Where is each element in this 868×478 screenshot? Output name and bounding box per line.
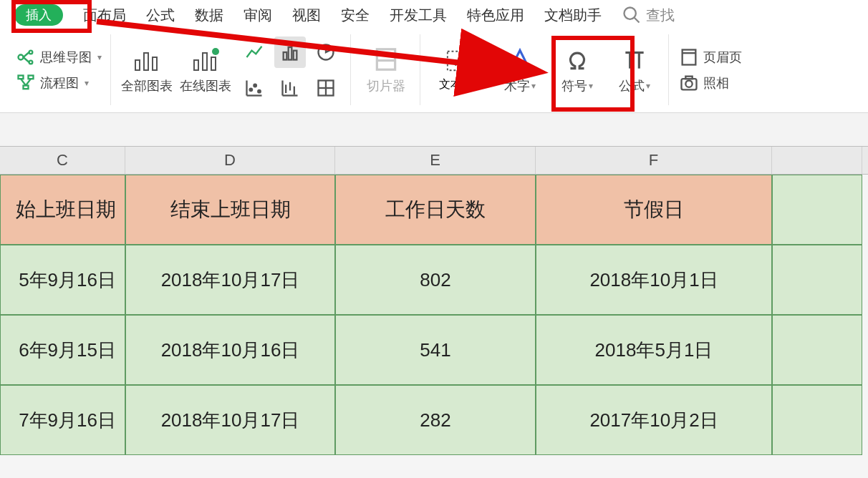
ribbon-group-slicer: 切片器 <box>352 34 420 105</box>
equation-button[interactable]: 公式▾ <box>609 46 660 94</box>
camera-button[interactable]: 照相 <box>679 73 729 93</box>
tab-formula[interactable]: 公式 <box>146 6 175 25</box>
svg-point-4 <box>29 60 33 64</box>
textbox-label: 文本框 <box>439 77 473 92</box>
header-workdays[interactable]: 工作日天数 <box>335 175 536 245</box>
slicer-button[interactable]: 切片器 <box>361 46 411 94</box>
cell-f4[interactable]: 2017年10月2日 <box>536 385 772 455</box>
cell-d3[interactable]: 2018年10月16日 <box>125 315 335 385</box>
svg-rect-45 <box>683 49 696 64</box>
tab-security[interactable]: 安全 <box>341 6 370 25</box>
header-end-date[interactable]: 结束上班日期 <box>125 175 335 245</box>
omega-icon <box>564 46 591 73</box>
mindmap-label: 思维导图 <box>40 49 92 66</box>
chart-column-button[interactable] <box>274 36 306 68</box>
mindmap-button[interactable]: 思维导图▾ <box>16 47 102 67</box>
cell-c3[interactable]: 6年9月15日 <box>0 315 125 385</box>
svg-rect-20 <box>289 47 292 60</box>
svg-line-1 <box>635 18 640 23</box>
cell-e4[interactable]: 282 <box>335 385 536 455</box>
mindmap-icon <box>16 47 36 67</box>
col-header-f[interactable]: F <box>536 147 772 174</box>
col-header-e[interactable]: E <box>335 147 536 174</box>
more-chart-icon <box>316 78 336 98</box>
svg-point-0 <box>625 8 636 19</box>
line-chart-icon <box>244 42 264 62</box>
tab-insert[interactable]: 插入 <box>14 4 63 26</box>
find-label: 查找 <box>646 6 675 25</box>
chevron-down-icon: ▾ <box>646 81 650 91</box>
cell-f3[interactable]: 2018年5月1日 <box>536 315 772 385</box>
svg-rect-13 <box>144 53 148 70</box>
cell-blank[interactable] <box>772 315 862 385</box>
svg-rect-49 <box>685 76 692 79</box>
svg-rect-7 <box>19 75 24 79</box>
cell-e2[interactable]: 802 <box>335 245 536 315</box>
search-icon <box>622 5 642 25</box>
chevron-down-icon: ▾ <box>475 80 479 90</box>
flowchart-icon <box>16 73 36 93</box>
tab-data[interactable]: 数据 <box>195 6 223 25</box>
header-footer-button[interactable]: 页眉页 <box>679 47 742 67</box>
cell-blank[interactable] <box>772 245 862 315</box>
camera-icon <box>679 73 699 93</box>
flowchart-label: 流程图 <box>40 74 79 92</box>
pi-icon <box>621 46 648 73</box>
chart-stock-button[interactable] <box>274 72 306 104</box>
svg-point-25 <box>250 88 253 91</box>
svg-point-18 <box>212 48 219 55</box>
slicer-label: 切片器 <box>367 77 405 94</box>
formula-bar-area <box>0 113 868 146</box>
ribbon-group-diagrams: 思维导图▾ 流程图▾ <box>7 34 111 105</box>
slicer-icon <box>372 46 400 73</box>
col-header-tail[interactable] <box>772 147 862 174</box>
wordart-button[interactable]: 术字▾ <box>495 46 545 94</box>
tab-page-layout[interactable]: 面布局 <box>83 6 126 25</box>
header-footer-icon <box>679 47 699 67</box>
textbox-button[interactable]: A 文本框 ▾ <box>430 44 488 95</box>
svg-rect-21 <box>294 50 297 59</box>
chevron-down-icon: ▾ <box>589 81 593 91</box>
header-footer-label: 页眉页 <box>703 49 742 66</box>
cell-blank[interactable] <box>772 385 862 455</box>
column-chart-icon <box>280 42 300 62</box>
flowchart-button[interactable]: 流程图▾ <box>16 73 89 93</box>
cell-c2[interactable]: 5年9月16日 <box>0 245 125 315</box>
svg-rect-16 <box>203 53 207 70</box>
tab-special[interactable]: 特色应用 <box>467 6 524 25</box>
col-header-d[interactable]: D <box>125 147 335 174</box>
all-charts-button[interactable]: 全部图表 <box>121 46 173 94</box>
chart-line-button[interactable] <box>238 36 270 68</box>
svg-rect-12 <box>135 60 140 70</box>
svg-text:A: A <box>455 55 463 69</box>
header-start-date[interactable]: 始上班日期 <box>0 175 125 245</box>
chevron-down-icon: ▾ <box>97 52 102 62</box>
camera-label: 照相 <box>703 74 729 92</box>
col-header-c[interactable]: C <box>0 147 125 174</box>
svg-line-10 <box>21 79 26 85</box>
cell-c4[interactable]: 7年9月16日 <box>0 385 125 455</box>
tab-devtools[interactable]: 开发工具 <box>390 6 447 25</box>
tab-dochelper[interactable]: 文档助手 <box>544 6 602 25</box>
cell-blank[interactable] <box>772 175 862 245</box>
tab-view[interactable]: 视图 <box>292 6 321 25</box>
cell-e3[interactable]: 541 <box>335 315 536 385</box>
svg-point-3 <box>29 50 33 54</box>
cell-d2[interactable]: 2018年10月17日 <box>125 245 335 315</box>
chart-pie-button[interactable] <box>310 36 342 68</box>
cell-f2[interactable]: 2018年10月1日 <box>536 245 772 315</box>
symbol-label: 符号 <box>561 77 587 94</box>
svg-point-26 <box>254 84 256 87</box>
header-holiday[interactable]: 节假日 <box>536 175 772 245</box>
symbol-button[interactable]: 符号▾ <box>552 46 602 94</box>
svg-rect-14 <box>153 57 157 70</box>
cell-d4[interactable]: 2018年10月17日 <box>125 385 335 455</box>
chart-scatter-button[interactable] <box>238 72 270 104</box>
all-charts-label: 全部图表 <box>121 77 173 94</box>
svg-rect-17 <box>211 57 216 70</box>
chart-more-button[interactable] <box>310 72 342 104</box>
tab-review[interactable]: 审阅 <box>243 6 272 25</box>
online-charts-button[interactable]: 在线图表 <box>180 46 231 94</box>
svg-rect-15 <box>194 60 198 70</box>
find-button[interactable]: 查找 <box>622 5 675 25</box>
